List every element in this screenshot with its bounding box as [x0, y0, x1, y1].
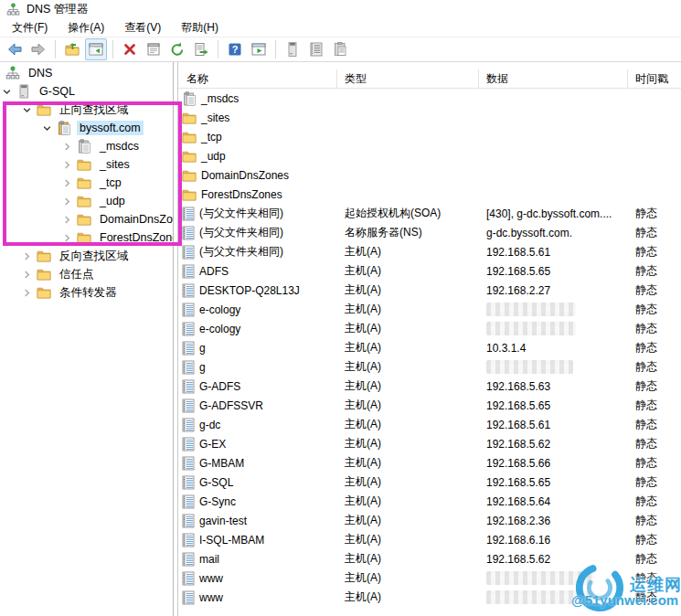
column-header-name[interactable]: 名称	[178, 69, 337, 88]
record-row-mail-24[interactable]: mail主机(A)192.168.5.62静态	[178, 549, 681, 568]
back-button[interactable]	[4, 38, 26, 60]
record-row-item-7[interactable]: (与父文件夹相同)名称服务器(NS)g-dc.byssoft.com.静态	[178, 223, 681, 242]
record-icon	[182, 494, 195, 509]
copy-properties-button[interactable]	[329, 38, 351, 60]
record-data: 10.3.1.4	[486, 342, 526, 355]
record-timestamp-cell: 静态	[628, 417, 681, 432]
record-name: _tcp	[201, 131, 222, 143]
menu-help[interactable]: 帮助(H)	[171, 18, 229, 37]
record-row-item-8[interactable]: (与父文件夹相同)主机(A)192.168.5.61静态	[178, 242, 681, 261]
chevron-right-icon[interactable]	[22, 251, 32, 261]
tree-item-_tcp-6[interactable]: _tcp	[0, 174, 173, 192]
chevron-right-icon[interactable]	[62, 215, 72, 225]
record-name-cell: (与父文件夹相同)	[178, 225, 337, 240]
record-row-e-cology-12[interactable]: e-cology主机(A)静态	[178, 319, 681, 338]
tree-item-dns-0[interactable]: DNS	[0, 64, 173, 82]
chevron-right-icon[interactable]	[62, 233, 72, 243]
record-row-g-adfssvr-16[interactable]: G-ADFSSVR主机(A)192.168.5.65静态	[178, 396, 681, 415]
record-row-g-dc-17[interactable]: g-dc主机(A)192.168.5.61静态	[178, 415, 681, 434]
record-name-cell: ADFS	[178, 264, 337, 279]
record-name-cell: www	[178, 590, 337, 605]
record-row-domaindnszones-4[interactable]: DomainDnsZones	[178, 165, 681, 185]
refresh-button[interactable]	[166, 38, 188, 60]
chevron-right-icon[interactable]	[22, 270, 32, 280]
toolbar-separator	[275, 40, 276, 58]
tree-item-g-sql-1[interactable]: G-SQL	[0, 82, 173, 101]
chevron-down-icon[interactable]	[22, 105, 32, 115]
record-row-g-ex-18[interactable]: G-EX主机(A)192.168.5.62静态	[178, 434, 681, 453]
tree-item-item-11[interactable]: 信任点	[0, 265, 173, 283]
delete-button[interactable]	[119, 38, 141, 60]
record-row-e-cology-11[interactable]: e-cology主机(A)静态	[178, 300, 681, 319]
folder-icon	[182, 168, 197, 183]
record-row-g-mbam-19[interactable]: G-MBAM主机(A)192.168.5.66静态	[178, 453, 681, 473]
record-row-adfs-9[interactable]: ADFS主机(A)192.168.5.65静态	[178, 261, 681, 281]
show-console-tree-button[interactable]	[85, 38, 107, 60]
record-row-g-14[interactable]: g主机(A)静态	[178, 357, 681, 377]
column-header-timestamp[interactable]: 时间戳	[628, 69, 681, 88]
tree-item-_udp-7[interactable]: _udp	[0, 192, 173, 210]
record-row-g-13[interactable]: g主机(A)10.3.1.4静态	[178, 338, 681, 357]
column-header-type[interactable]: 类型	[337, 69, 479, 88]
properties-button[interactable]	[143, 38, 165, 60]
tree-item-item-12[interactable]: 条件转发器	[0, 283, 173, 302]
chevron-right-icon[interactable]	[62, 196, 72, 207]
record-name-cell: g	[178, 360, 337, 375]
record-row-www-26[interactable]: www主机(A)静态	[178, 588, 681, 607]
record-row-_msdcs-0[interactable]: _msdcs	[178, 89, 681, 108]
tree-item-_msdcs-4[interactable]: _msdcs	[0, 137, 173, 155]
record-type-cell: 主机(A)	[337, 340, 479, 356]
menu-file[interactable]: 文件(F)	[2, 18, 58, 37]
record-row-www-25[interactable]: www主机(A)静态	[178, 568, 681, 588]
new-window-button[interactable]	[248, 38, 270, 60]
folder-icon	[77, 175, 91, 190]
record-row-g-adfs-15[interactable]: G-ADFS主机(A)192.168.5.63静态	[178, 377, 681, 396]
record-list-button[interactable]	[305, 38, 327, 60]
menu-action[interactable]: 操作(A)	[58, 18, 114, 37]
forward-button[interactable]	[27, 38, 49, 60]
record-data-cell	[479, 571, 628, 585]
record-data-cell: 192.168.5.62	[479, 438, 628, 451]
console-content: DNSG-SQL正向查找区域byssoft.com_msdcs_sites_tc…	[0, 62, 681, 616]
record-row-_tcp-2[interactable]: _tcp	[178, 127, 681, 146]
chevron-right-icon[interactable]	[62, 142, 72, 152]
tree-item-byssoft.com-3[interactable]: byssoft.com	[0, 119, 173, 137]
chevron-right-icon[interactable]	[62, 160, 72, 170]
up-one-level-button[interactable]	[61, 38, 83, 60]
tree-item-_sites-5[interactable]: _sites	[0, 155, 173, 174]
export-list-button[interactable]	[190, 38, 212, 60]
help-button[interactable]: ?	[224, 38, 246, 60]
record-name: G-ADFS	[199, 380, 240, 393]
chevron-down-icon[interactable]	[42, 123, 52, 133]
record-row-i-sql-mbam-23[interactable]: I-SQL-MBAM主机(A)192.168.6.16静态	[178, 530, 681, 549]
record-row-item-6[interactable]: (与父文件夹相同)起始授权机构(SOA)[430], g-dc.byssoft.…	[178, 204, 681, 223]
record-row-g-sql-20[interactable]: G-SQL主机(A)192.168.5.65静态	[178, 473, 681, 492]
record-row-_sites-1[interactable]: _sites	[178, 108, 681, 127]
menu-view[interactable]: 查看(V)	[114, 18, 171, 37]
record-row-desktop-q28l13j-10[interactable]: DESKTOP-Q28L13J主机(A)192.168.2.27静态	[178, 281, 681, 300]
tree-item-item-2[interactable]: 正向查找区域	[0, 101, 173, 119]
record-data: 192.168.5.65	[486, 476, 550, 489]
tree-item-item-10[interactable]: 反向查找区域	[0, 247, 173, 265]
record-row-gavin-test-22[interactable]: gavin-test主机(A)192.168.2.36静态	[178, 511, 681, 530]
column-header-data[interactable]: 数据	[479, 69, 628, 88]
server-button[interactable]	[282, 38, 303, 60]
record-name-cell: _msdcs	[178, 91, 337, 106]
record-data-cell	[479, 303, 628, 316]
record-name: _sites	[201, 112, 229, 124]
chevron-right-icon[interactable]	[62, 178, 72, 188]
record-row-_udp-3[interactable]: _udp	[178, 146, 681, 165]
folder-icon	[37, 285, 51, 300]
chevron-right-icon[interactable]	[22, 288, 32, 298]
tree-item-forestdnszones-9[interactable]: ForestDnsZones	[0, 228, 173, 247]
record-name-cell: (与父文件夹相同)	[178, 244, 337, 260]
record-row-forestdnszones-5[interactable]: ForestDnsZones	[178, 185, 681, 204]
record-data-cell: 192.168.2.36	[479, 515, 628, 527]
record-type-cell: 主机(A)	[337, 244, 479, 260]
record-row-g-sync-21[interactable]: G-Sync主机(A)192.168.5.64静态	[178, 492, 681, 511]
record-name: e-cology	[199, 323, 240, 335]
tree-item-domaindnszones-8[interactable]: DomainDnsZones	[0, 210, 173, 228]
record-timestamp-cell: 静态	[628, 532, 681, 547]
chevron-down-icon[interactable]	[2, 87, 12, 97]
tree-item-label: DomainDnsZones	[97, 212, 173, 227]
